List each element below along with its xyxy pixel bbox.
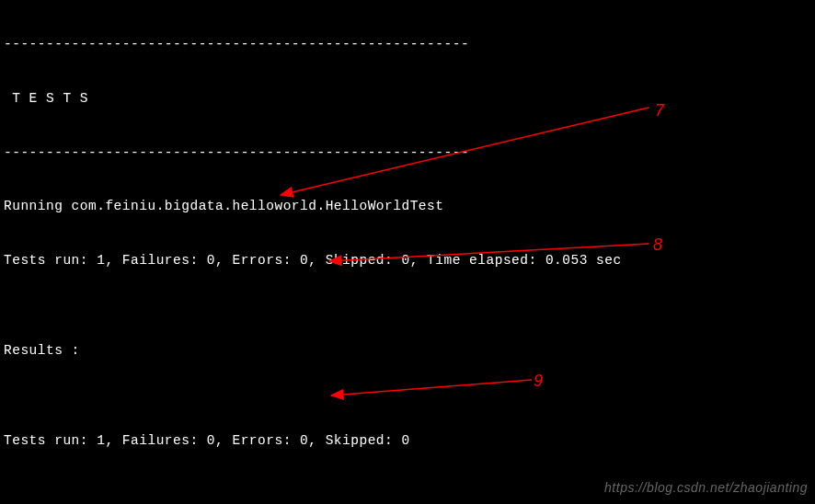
annotation-label-9: 9 xyxy=(534,370,544,392)
running-test-line: Running com.feiniu.bigdata.helloworld.He… xyxy=(4,198,811,216)
tests-summary-line: Tests run: 1, Failures: 0, Errors: 0, Sk… xyxy=(4,432,811,451)
separator-line: ----------------------------------------… xyxy=(4,36,811,54)
annotation-label-8: 8 xyxy=(653,234,663,256)
tests-run-line: Tests run: 1, Failures: 0, Errors: 0, Sk… xyxy=(4,252,811,270)
watermark-text: https://blog.csdn.net/zhaojianting xyxy=(604,479,808,497)
terminal-output: ----------------------------------------… xyxy=(0,0,815,504)
results-header: Results : xyxy=(4,342,811,361)
annotation-label-7: 7 xyxy=(655,99,665,121)
separator-line: ----------------------------------------… xyxy=(4,144,811,163)
tests-header: T E S T S xyxy=(4,90,811,109)
